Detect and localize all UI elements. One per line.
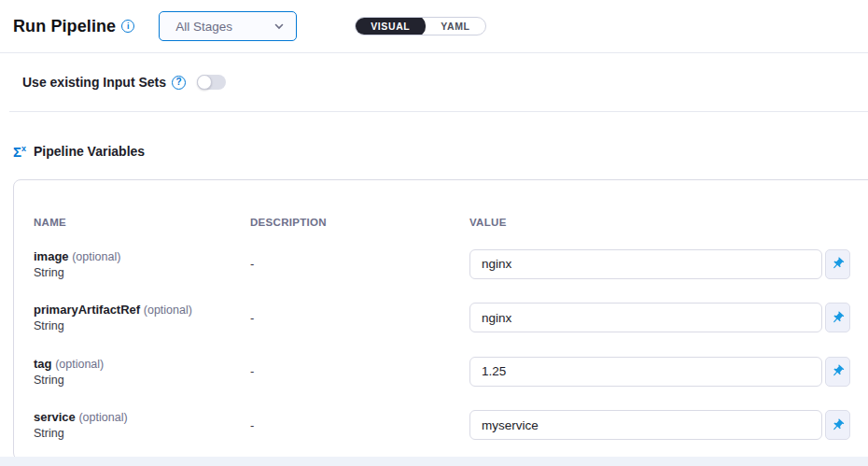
- tab-yaml[interactable]: YAML: [426, 17, 484, 35]
- variable-description: -: [250, 311, 469, 325]
- variable-name-cell: tag (optional) String: [34, 357, 250, 387]
- variables-table-header: NAME DESCRIPTION VALUE: [34, 180, 850, 237]
- variable-description: -: [250, 257, 469, 271]
- table-row: image (optional) String -: [34, 237, 850, 291]
- table-row: tag (optional) String -: [34, 345, 850, 399]
- variable-type: String: [34, 319, 250, 332]
- variable-value-input[interactable]: [469, 357, 822, 387]
- toggle-knob: [197, 75, 212, 90]
- variable-optional-tag: (optional): [78, 411, 127, 424]
- pipeline-variables-card: NAME DESCRIPTION VALUE image (optional) …: [13, 179, 868, 460]
- variables-sigma-icon: Σx: [13, 145, 26, 159]
- variable-type: String: [34, 374, 250, 387]
- help-icon[interactable]: ?: [172, 76, 186, 90]
- page-title: Run Pipeline: [13, 17, 116, 36]
- chevron-down-icon: [273, 21, 285, 32]
- variable-optional-tag: (optional): [72, 250, 120, 263]
- input-sets-row: Use existing Input Sets ?: [9, 53, 868, 112]
- variable-value-input[interactable]: [469, 303, 822, 332]
- variable-value-cell: [469, 410, 850, 440]
- variable-name: primaryArtifactRef: [34, 303, 140, 317]
- variable-value-cell: [469, 249, 850, 279]
- pin-button[interactable]: [825, 249, 850, 279]
- input-sets-toggle[interactable]: [197, 75, 226, 90]
- pin-button[interactable]: [825, 303, 850, 332]
- variable-optional-tag: (optional): [144, 304, 192, 317]
- column-header-description: DESCRIPTION: [250, 217, 469, 228]
- variable-description: -: [250, 418, 469, 432]
- tab-visual[interactable]: VISUAL: [355, 17, 426, 35]
- run-pipeline-header: Run Pipeline i All Stages VISUAL YAML: [0, 0, 868, 53]
- page-background-strip: [0, 457, 868, 466]
- pipeline-variables-title: Pipeline Variables: [34, 144, 145, 159]
- variable-name-cell: image (optional) String: [34, 249, 250, 279]
- variable-name: service: [34, 410, 76, 424]
- pin-button[interactable]: [825, 410, 850, 440]
- variable-optional-tag: (optional): [55, 358, 104, 371]
- pin-icon: [828, 254, 847, 274]
- input-sets-label: Use existing Input Sets: [22, 75, 166, 90]
- view-toggle: VISUAL YAML: [355, 17, 485, 35]
- variable-value-input[interactable]: [469, 249, 822, 279]
- stage-selector-dropdown[interactable]: All Stages: [159, 11, 297, 41]
- variable-type: String: [34, 266, 250, 279]
- column-header-name: NAME: [34, 217, 250, 228]
- info-icon[interactable]: i: [121, 20, 134, 33]
- pin-icon: [828, 308, 847, 328]
- variable-value-cell: [469, 357, 850, 387]
- stage-selector-value: All Stages: [175, 20, 273, 34]
- pin-icon: [828, 361, 847, 381]
- variable-type: String: [34, 427, 250, 440]
- variable-name-cell: service (optional) String: [34, 410, 250, 440]
- variable-name-cell: primaryArtifactRef (optional) String: [34, 303, 250, 332]
- pipeline-variables-header: Σx Pipeline Variables: [0, 112, 868, 179]
- variable-name: tag: [34, 357, 52, 371]
- variable-value-input[interactable]: [469, 410, 822, 440]
- pin-button[interactable]: [825, 357, 850, 387]
- table-row: service (optional) String -: [34, 399, 850, 453]
- variable-description: -: [250, 364, 469, 378]
- column-header-value: VALUE: [469, 217, 850, 228]
- variable-value-cell: [469, 303, 850, 332]
- pin-icon: [828, 416, 847, 435]
- table-row: primaryArtifactRef (optional) String -: [34, 291, 850, 346]
- variable-name: image: [34, 249, 69, 263]
